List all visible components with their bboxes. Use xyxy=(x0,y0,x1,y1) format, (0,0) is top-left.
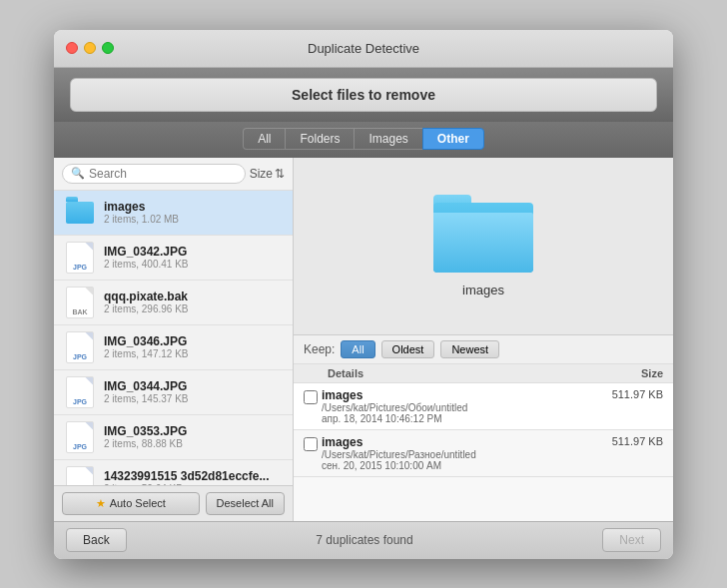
keep-label: Keep: xyxy=(304,342,335,356)
bak-icon-shape: BAK xyxy=(66,287,94,318)
file-meta: 2 items, 1.02 MB xyxy=(104,214,283,225)
search-icon: 🔍 xyxy=(71,167,85,180)
folder-icon xyxy=(64,197,96,229)
list-item[interactable]: JPG IMG_0342.JPG 2 items, 400.41 KB xyxy=(54,236,293,281)
banner-text: Select files to remove xyxy=(70,78,657,112)
row-checkbox[interactable] xyxy=(304,437,318,451)
jpg-icon-shape: JPG xyxy=(66,421,94,453)
list-item[interactable]: images 2 items, 1.02 MB xyxy=(54,191,293,236)
back-button[interactable]: Back xyxy=(66,528,127,552)
dup-date: апр. 18, 2014 10:46:12 PM xyxy=(322,413,579,424)
file-list: images 2 items, 1.02 MB JPG IMG_0342.JPG… xyxy=(54,191,293,485)
dup-info: images /Users/kat/Pictures/Разное/untitl… xyxy=(322,435,579,471)
file-meta: 2 items, 296.96 KB xyxy=(104,303,283,314)
dup-size: 511.97 KB xyxy=(583,435,663,447)
size-label: Size xyxy=(250,167,273,181)
dup-name: images xyxy=(322,388,579,402)
left-panel: 🔍 Size ⇅ images 2 items, 1.02 MB xyxy=(54,158,294,521)
file-name: IMG_0342.JPG xyxy=(104,245,283,259)
maximize-button[interactable] xyxy=(102,42,114,54)
file-name: IMG_0353.JPG xyxy=(104,424,283,438)
jpg-icon-shape: JPG xyxy=(66,331,94,363)
file-info: images 2 items, 1.02 MB xyxy=(104,200,283,225)
traffic-lights xyxy=(66,42,114,54)
list-item[interactable]: JPG IMG_0346.JPG 2 items, 147.12 KB xyxy=(54,325,293,370)
keep-newest-button[interactable]: Newest xyxy=(440,340,499,358)
status-text: 7 duplicates found xyxy=(316,533,412,547)
file-meta: 2 items, 400.41 KB xyxy=(104,259,283,270)
size-sort[interactable]: Size ⇅ xyxy=(250,167,285,181)
folder-front xyxy=(433,213,533,273)
preview-folder-icon xyxy=(433,195,533,273)
list-item[interactable]: BAK qqq.pixate.bak 2 items, 296.96 KB xyxy=(54,281,293,325)
next-button[interactable]: Next xyxy=(602,528,661,552)
jpg-icon: JPG xyxy=(64,376,96,408)
bottom-bar: Back 7 duplicates found Next xyxy=(54,521,673,559)
list-item[interactable]: JPG IMG_0344.JPG 2 items, 145.37 KB xyxy=(54,370,293,415)
minimize-button[interactable] xyxy=(84,42,96,54)
col-details-header: Details xyxy=(328,367,583,379)
col-select-header xyxy=(304,367,328,379)
deselect-all-button[interactable]: Deselect All xyxy=(206,492,285,515)
file-info: IMG_0342.JPG 2 items, 400.41 KB xyxy=(104,245,283,270)
file-info: qqq.pixate.bak 2 items, 296.96 KB xyxy=(104,290,283,314)
jpg-icon-shape: JPG xyxy=(66,466,94,485)
table-row: images /Users/kat/Pictures/Разное/untitl… xyxy=(294,430,673,477)
preview-folder-name: images xyxy=(462,283,504,297)
file-name: IMG_0344.JPG xyxy=(104,379,283,393)
window-title: Duplicate Detective xyxy=(308,41,419,56)
jpg-icon: JPG xyxy=(64,331,96,363)
dup-info: images /Users/kat/Pictures/Обои/untitled… xyxy=(322,388,579,424)
table-header: Details Size xyxy=(294,364,673,383)
header-banner: Select files to remove xyxy=(54,68,673,122)
keep-all-button[interactable]: All xyxy=(341,340,374,358)
dup-date: сен. 20, 2015 10:10:00 AM xyxy=(322,460,579,471)
search-bar: 🔍 Size ⇅ xyxy=(54,158,293,191)
list-item[interactable]: JPG IMG_0353.JPG 2 items, 88.88 KB xyxy=(54,415,293,460)
jpg-icon: JPG xyxy=(64,242,96,274)
list-item[interactable]: JPG 14323991515 3d52d81eccfe... 2 items,… xyxy=(54,460,293,485)
sort-arrow-icon: ⇅ xyxy=(275,167,285,181)
tab-bar: All Folders Images Other xyxy=(54,122,673,158)
dup-path: /Users/kat/Pictures/Разное/untitled xyxy=(322,449,579,460)
jpg-icon-shape: JPG xyxy=(66,242,94,274)
left-bottom-bar: ★ Auto Select Deselect All xyxy=(54,485,293,521)
file-info: 14323991515 3d52d81eccfe... 2 items, 52.… xyxy=(104,469,283,485)
col-size-header: Size xyxy=(583,367,663,379)
tab-all[interactable]: All xyxy=(243,128,285,150)
main-content: 🔍 Size ⇅ images 2 items, 1.02 MB xyxy=(54,158,673,521)
dup-name: images xyxy=(322,435,579,449)
search-input[interactable] xyxy=(89,167,237,181)
star-icon: ★ xyxy=(96,497,106,510)
file-name: IMG_0346.JPG xyxy=(104,334,283,348)
dup-path: /Users/kat/Pictures/Обои/untitled xyxy=(322,402,579,413)
preview-area: images xyxy=(294,158,673,336)
row-checkbox[interactable] xyxy=(304,390,318,404)
jpg-icon: JPG xyxy=(64,421,96,453)
auto-select-label: Auto Select xyxy=(110,497,166,509)
bak-icon: BAK xyxy=(64,287,96,318)
keep-oldest-button[interactable]: Oldest xyxy=(381,340,435,358)
file-meta: 2 items, 88.88 KB xyxy=(104,438,283,449)
keep-bar: Keep: All Oldest Newest xyxy=(294,335,673,364)
search-input-wrap[interactable]: 🔍 xyxy=(62,164,246,184)
file-meta: 2 items, 147.12 KB xyxy=(104,348,283,359)
file-info: IMG_0344.JPG 2 items, 145.37 KB xyxy=(104,379,283,404)
jpg-icon: JPG xyxy=(64,466,96,485)
main-window: Duplicate Detective Select files to remo… xyxy=(54,30,673,559)
auto-select-button[interactable]: ★ Auto Select xyxy=(62,492,200,515)
tab-images[interactable]: Images xyxy=(354,128,421,150)
folder-icon-shape xyxy=(66,202,94,224)
file-name: qqq.pixate.bak xyxy=(104,290,283,303)
file-info: IMG_0346.JPG 2 items, 147.12 KB xyxy=(104,334,283,359)
tab-folders[interactable]: Folders xyxy=(285,128,354,150)
title-bar: Duplicate Detective xyxy=(54,30,673,68)
table-row: images /Users/kat/Pictures/Обои/untitled… xyxy=(294,383,673,430)
right-panel: images Keep: All Oldest Newest Details S… xyxy=(294,158,673,521)
close-button[interactable] xyxy=(66,42,78,54)
dup-size: 511.97 KB xyxy=(583,388,663,400)
jpg-icon-shape: JPG xyxy=(66,376,94,408)
file-name: 14323991515 3d52d81eccfe... xyxy=(104,469,283,483)
duplicate-list: images /Users/kat/Pictures/Обои/untitled… xyxy=(294,383,673,521)
tab-other[interactable]: Other xyxy=(422,128,484,150)
